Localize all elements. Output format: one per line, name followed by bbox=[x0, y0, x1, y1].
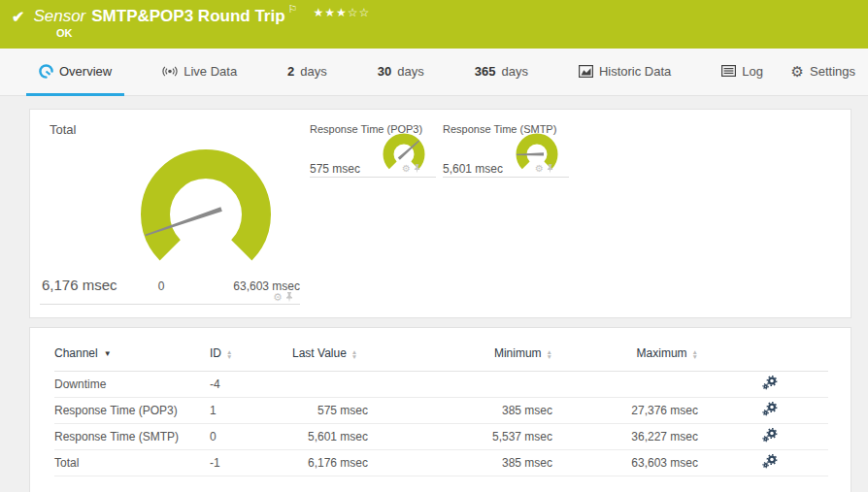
channel-settings-gears-icon[interactable] bbox=[762, 402, 778, 416]
tab-label: days bbox=[300, 64, 326, 79]
column-header-maximum[interactable]: Maximum▲▼ bbox=[552, 336, 698, 371]
pin-icon[interactable] bbox=[414, 164, 420, 174]
divider bbox=[310, 177, 436, 178]
column-header-id[interactable]: ID▲▼ bbox=[210, 336, 292, 371]
total-gauge-max-label: 63,603 msec bbox=[208, 279, 300, 293]
tab-label: Log bbox=[742, 64, 763, 79]
column-header-last-value[interactable]: Last Value▲▼ bbox=[292, 336, 368, 371]
table-header-row: Channel▼ ID▲▼ Last Value▲▼ Minimum▲▼ Max… bbox=[54, 336, 828, 371]
total-gauge-title: Total bbox=[50, 122, 76, 137]
tab-label: Historic Data bbox=[599, 64, 671, 79]
pop3-gauge-block: Response Time (POP3) 575 msec ⚙ bbox=[310, 123, 436, 195]
broadcast-icon bbox=[162, 65, 178, 78]
pop3-gauge-value: 575 msec bbox=[310, 162, 360, 176]
channel-name[interactable]: Response Time (SMTP) bbox=[54, 423, 210, 449]
channel-settings-gears-icon[interactable] bbox=[762, 428, 778, 443]
table-row: Response Time (POP3) 1 575 msec 385 msec… bbox=[54, 397, 828, 423]
tab-label: days bbox=[501, 64, 527, 79]
column-header-minimum[interactable]: Minimum▲▼ bbox=[368, 336, 552, 371]
tab-30-days[interactable]: 30 days bbox=[365, 49, 437, 96]
gauge-settings-gear-icon[interactable]: ⚙ bbox=[273, 292, 283, 303]
sort-icon: ▲▼ bbox=[226, 349, 232, 359]
channels-panel: Channel▼ ID▲▼ Last Value▲▼ Minimum▲▼ Max… bbox=[29, 327, 851, 492]
pin-icon[interactable] bbox=[547, 164, 553, 174]
total-gauge-min-label: 0 bbox=[151, 279, 171, 293]
tab-label: days bbox=[397, 64, 423, 79]
tab-label: Overview bbox=[59, 64, 112, 79]
sort-icon: ▲▼ bbox=[547, 349, 552, 359]
sort-desc-icon: ▼ bbox=[104, 349, 112, 358]
column-header-channel[interactable]: Channel▼ bbox=[54, 336, 210, 371]
pin-icon[interactable] bbox=[285, 292, 293, 303]
priority-flag-icon[interactable]: ⚐ bbox=[288, 3, 298, 16]
smtp-gauge[interactable] bbox=[507, 131, 567, 181]
tab-2-days[interactable]: 2 days bbox=[275, 49, 340, 96]
pop3-gauge[interactable] bbox=[374, 131, 434, 181]
tab-live-data[interactable]: Live Data bbox=[150, 49, 250, 96]
gauges-panel: Total 6,176 msec 0 63,603 msec ⚙ Respons… bbox=[29, 109, 851, 318]
gauge-settings-gear-icon[interactable]: ⚙ bbox=[402, 164, 411, 174]
tab-365-days[interactable]: 365 days bbox=[462, 49, 541, 96]
tab-overview[interactable]: Overview bbox=[26, 49, 124, 96]
channel-settings-gears-icon[interactable] bbox=[762, 454, 778, 469]
sensor-kind-label: Sensor bbox=[33, 7, 85, 26]
smtp-gauge-block: Response Time (SMTP) 5,601 msec ⚙ bbox=[443, 123, 569, 195]
status-ok-check-icon: ✔ bbox=[12, 8, 24, 26]
divider bbox=[40, 304, 300, 305]
tab-log[interactable]: Log bbox=[709, 49, 776, 96]
sensor-header: ✔ Sensor SMTP&POP3 Round Trip ⚐ ★★★☆☆ OK bbox=[0, 0, 868, 49]
gear-icon: ⚙ bbox=[791, 64, 804, 79]
channel-name[interactable]: Downtime bbox=[54, 371, 210, 397]
sort-icon: ▲▼ bbox=[692, 349, 698, 359]
area-chart-icon bbox=[579, 65, 593, 78]
tab-settings[interactable]: ⚙ Settings bbox=[779, 49, 868, 96]
channel-settings-gears-icon[interactable] bbox=[762, 376, 778, 390]
tab-label: Live Data bbox=[184, 64, 237, 79]
channel-name[interactable]: Total bbox=[54, 449, 210, 476]
total-gauge-value: 6,176 msec bbox=[42, 277, 117, 293]
gauge-settings-gear-icon[interactable]: ⚙ bbox=[535, 164, 544, 174]
channel-table: Channel▼ ID▲▼ Last Value▲▼ Minimum▲▼ Max… bbox=[54, 336, 828, 476]
log-icon bbox=[721, 65, 736, 77]
priority-stars[interactable]: ★★★☆☆ bbox=[313, 6, 370, 19]
smtp-gauge-value: 5,601 msec bbox=[443, 162, 503, 176]
gauge-icon bbox=[39, 64, 53, 79]
total-gauge[interactable] bbox=[118, 139, 293, 284]
tab-bar: Overview Live Data 2 days 30 days 365 da… bbox=[0, 49, 868, 96]
table-row: Response Time (SMTP) 0 5,601 msec 5,537 … bbox=[54, 423, 828, 449]
page-title: SMTP&POP3 Round Trip bbox=[91, 7, 284, 26]
tab-label: Settings bbox=[810, 64, 855, 79]
status-badge: OK bbox=[56, 27, 858, 39]
tab-historic-data[interactable]: Historic Data bbox=[566, 49, 684, 96]
table-row: Total -1 6,176 msec 385 msec 63,603 msec bbox=[54, 449, 828, 476]
sort-icon: ▲▼ bbox=[351, 349, 357, 359]
table-row: Downtime -4 bbox=[54, 371, 828, 397]
divider bbox=[443, 177, 569, 178]
channel-name[interactable]: Response Time (POP3) bbox=[54, 397, 210, 423]
